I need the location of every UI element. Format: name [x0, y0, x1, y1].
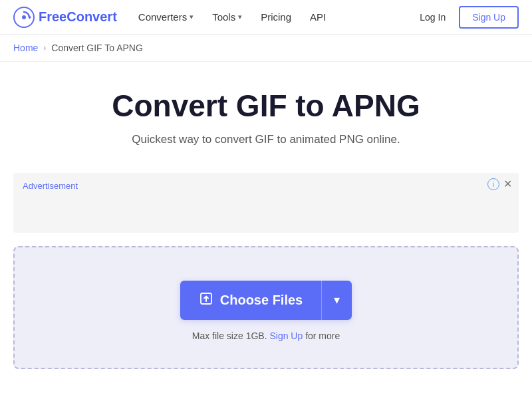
nav-tools[interactable]: Tools ▾ [204, 7, 250, 27]
choose-files-button[interactable]: Choose Files [180, 281, 321, 320]
ad-close-icon[interactable]: ✕ [503, 179, 512, 190]
breadcrumb: Home › Convert GIF To APNG [0, 35, 532, 62]
nav-converters[interactable]: Converters ▾ [130, 7, 201, 27]
logo-text: FreeConvert [39, 9, 117, 25]
signup-button[interactable]: Sign Up [459, 6, 519, 29]
ad-label[interactable]: Advertisement [23, 181, 78, 191]
breadcrumb-home[interactable]: Home [13, 43, 38, 53]
tools-chevron-icon: ▾ [238, 13, 242, 21]
hero-section: Convert GIF to APNG Quickest way to conv… [13, 62, 519, 160]
nav-api[interactable]: API [302, 7, 334, 27]
logo-icon [13, 7, 35, 28]
logo[interactable]: FreeConvert [13, 7, 117, 28]
breadcrumb-separator: › [43, 43, 46, 53]
nav-pricing[interactable]: Pricing [253, 7, 299, 27]
ad-controls: i ✕ [487, 178, 512, 190]
signup-link[interactable]: Sign Up [269, 331, 303, 341]
main-content: Convert GIF to APNG Quickest way to conv… [0, 62, 532, 369]
converters-chevron-icon: ▾ [190, 13, 194, 21]
choose-files-button-group: Choose Files ▾ [180, 281, 352, 320]
ad-info-icon[interactable]: i [487, 178, 499, 190]
svg-point-1 [22, 15, 26, 19]
main-nav: Converters ▾ Tools ▾ Pricing API Log In … [130, 6, 519, 29]
upload-dropzone: Choose Files ▾ Max file size 1GB. Sign U… [13, 246, 519, 369]
login-button[interactable]: Log In [409, 7, 456, 27]
dropdown-chevron-icon: ▾ [334, 293, 340, 307]
header: FreeConvert Converters ▾ Tools ▾ Pricing… [0, 0, 532, 35]
svg-marker-2 [29, 15, 31, 19]
choose-files-label: Choose Files [220, 293, 303, 308]
advertisement-banner: Advertisement i ✕ [13, 173, 519, 233]
hero-subtitle: Quickest way to convert GIF to animated … [13, 133, 519, 146]
breadcrumb-current: Convert GIF To APNG [51, 43, 142, 53]
file-size-note: Max file size 1GB. Sign Up for more [28, 331, 504, 341]
page-title: Convert GIF to APNG [13, 88, 519, 124]
upload-icon [199, 291, 213, 309]
choose-files-dropdown-button[interactable]: ▾ [321, 281, 352, 320]
